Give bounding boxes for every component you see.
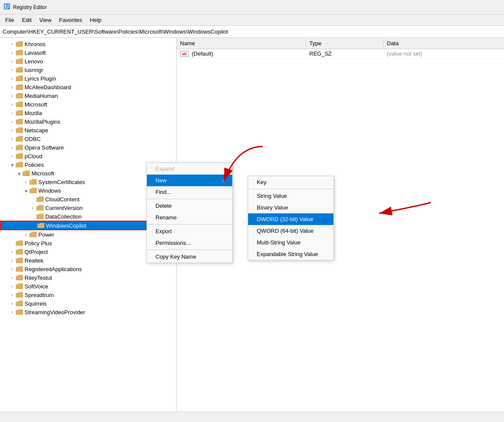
tree-item-mozillaplugins[interactable]: › MozillaPlugins [0, 117, 176, 126]
tree-label: Mozilla [25, 110, 42, 116]
detail-row-default[interactable]: ab (Default) REG_SZ (value not set) [177, 49, 504, 59]
tree-label: lusrmgr [25, 67, 43, 73]
context-menu-delete[interactable]: Delete [147, 200, 232, 212]
tree-item-softvoice[interactable]: › SoftVoice [0, 282, 176, 291]
expand-arrow: › [9, 154, 16, 159]
menu-edit[interactable]: Edit [19, 16, 35, 24]
menu-view[interactable]: View [36, 16, 55, 24]
folder-icon [16, 119, 23, 125]
submenu-multi-string[interactable]: Multi-String Value [248, 237, 333, 248]
tree-item-regapps[interactable]: › RegisteredApplications [0, 265, 176, 273]
address-path: Computer\HKEY_CURRENT_USER\Software\Poli… [3, 28, 228, 35]
submenu-arrow: › [222, 178, 224, 183]
tree-item-lusrmgr[interactable]: › lusrmgr [0, 66, 176, 74]
tree-item-pcloud[interactable]: › pCloud [0, 152, 176, 160]
expand-arrow [29, 214, 36, 219]
tree-label: Microsoft [31, 170, 54, 177]
addressbar: Computer\HKEY_CURRENT_USER\Software\Poli… [0, 26, 504, 38]
expand-arrow: › [9, 137, 16, 141]
registry-editor-icon [3, 3, 10, 11]
folder-icon [36, 196, 44, 202]
folder-icon [16, 93, 23, 99]
tree-item-lyrics-plugin[interactable]: › Lyrics Plugin [0, 74, 176, 83]
tree-label: CurrentVersion [45, 205, 83, 211]
tree-label: WindowsCopilot [46, 222, 86, 229]
tree-label: MozillaPlugins [25, 119, 60, 125]
tree-item-mediahuman[interactable]: › MediaHuman [0, 91, 176, 100]
submenu-expandable-string[interactable]: Expandable String Value [248, 248, 333, 260]
tree-item-khronos[interactable]: › Khronos [0, 40, 176, 48]
submenu-binary-value[interactable]: Binary Value [248, 202, 333, 213]
folder-icon [29, 231, 37, 238]
context-menu-permissions[interactable]: Permissions... [147, 237, 232, 249]
context-menu-copykeyname[interactable]: Copy Key Name [147, 251, 232, 263]
folder-icon [16, 58, 23, 64]
expand-arrow: › [9, 42, 16, 47]
tree-item-spreadtrum[interactable]: › Spreadtrum [0, 291, 176, 299]
submenu-qword-value[interactable]: QWORD (64-bit) Value [248, 225, 333, 237]
tree-label: RileyTestut [25, 275, 52, 281]
tree-item-microsoft[interactable]: › Microsoft [0, 100, 176, 109]
tree-label: Power [38, 231, 54, 238]
expand-arrow [9, 241, 16, 246]
expand-arrow: › [9, 102, 16, 107]
tree-item-squirrels[interactable]: › Squirrels [0, 299, 176, 308]
sub-context-menu: Key String Value Binary Value DWORD (32-… [248, 176, 334, 260]
context-menu: Expand New › Find... Delete Rename Expor… [146, 163, 233, 263]
context-menu-find[interactable]: Find... [147, 186, 232, 198]
folder-icon [16, 50, 23, 56]
folder-icon [16, 84, 23, 90]
tree-label: Policies [25, 162, 44, 168]
tree-item-streaming[interactable]: › StreamingVideoProvider [0, 308, 176, 316]
tree-item-lavasoft[interactable]: › Lavasoft [0, 48, 176, 57]
expand-arrow: › [9, 250, 16, 254]
col-name-header: Name [177, 40, 306, 47]
tree-label: Lenovo [25, 58, 43, 65]
expand-arrow: › [9, 68, 16, 72]
expand-arrow: › [22, 180, 29, 184]
tree-item-netscape[interactable]: › Netscape [0, 126, 176, 134]
expand-arrow: › [22, 232, 29, 237]
tree-label: Microsoft [25, 101, 47, 108]
col-data-header: Data [383, 40, 504, 47]
expand-arrow [30, 223, 37, 228]
submenu-key[interactable]: Key [248, 176, 333, 188]
submenu-dword-value[interactable]: DWORD (32-bit) Value [248, 213, 333, 225]
context-menu-rename[interactable]: Rename [147, 212, 232, 223]
tree-item-odbc[interactable]: › ODBC [0, 134, 176, 143]
menu-file[interactable]: File [2, 16, 18, 24]
expand-arrow: › [9, 275, 16, 280]
tree-item-opera[interactable]: › Opera Software [0, 143, 176, 152]
tree-item-rileytestut[interactable]: › RileyTestut [0, 273, 176, 282]
tree-item-lenovo[interactable]: › Lenovo [0, 57, 176, 66]
expand-arrow: › [9, 145, 16, 150]
folder-icon [16, 162, 23, 168]
svg-rect-2 [7, 5, 9, 5]
folder-icon [16, 101, 23, 107]
tree-label: Realtek [25, 257, 44, 264]
expand-arrow: › [9, 310, 16, 315]
tree-item-mozilla[interactable]: › Mozilla [0, 109, 176, 117]
folder-icon [16, 127, 23, 133]
tree-item-mcafee[interactable]: › McAfeeDashboard [0, 83, 176, 91]
tree-label: CloudContent [45, 196, 80, 203]
expand-arrow: ∨ [16, 171, 22, 176]
expand-arrow: › [9, 258, 16, 263]
context-menu-sep2 [147, 224, 232, 225]
context-menu-new[interactable]: New › [147, 175, 232, 186]
menu-favorites[interactable]: Favorites [56, 16, 85, 24]
folder-icon [16, 136, 23, 142]
menu-help[interactable]: Help [87, 16, 105, 24]
expand-arrow: › [9, 119, 16, 124]
folder-icon [36, 205, 44, 211]
tree-label: Opera Software [25, 144, 64, 151]
folder-icon [16, 309, 23, 315]
context-menu-expand[interactable]: Expand [147, 163, 232, 175]
folder-icon [16, 144, 23, 150]
titlebar-text: Registry Editor [13, 4, 47, 10]
submenu-string-value[interactable]: String Value [248, 190, 333, 202]
tree-label: Lyrics Plugin [25, 75, 56, 82]
context-menu-export[interactable]: Export [147, 225, 232, 237]
folder-icon [22, 170, 30, 176]
col-type-header: Type [306, 40, 383, 47]
